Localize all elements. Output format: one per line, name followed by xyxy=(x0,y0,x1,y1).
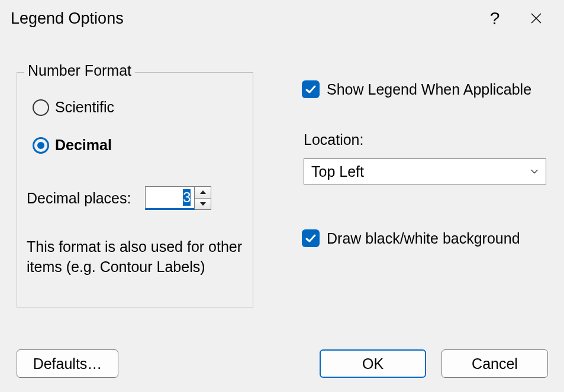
ok-label: OK xyxy=(362,355,383,372)
number-format-group: Number Format Scientific Decimal Decimal… xyxy=(17,72,253,307)
help-icon: ? xyxy=(490,8,500,28)
number-format-note: This format is also used for other items… xyxy=(27,237,243,277)
show-legend-label: Show Legend When Applicable xyxy=(327,81,531,98)
chevron-down-icon xyxy=(529,166,540,177)
bw-background-label: Draw black/white background xyxy=(327,230,520,247)
location-select[interactable]: Top Left xyxy=(304,158,546,184)
close-icon xyxy=(530,12,542,24)
close-button[interactable] xyxy=(515,0,557,37)
window-title: Legend Options xyxy=(11,9,474,28)
radio-decimal-label: Decimal xyxy=(55,137,112,154)
help-button[interactable]: ? xyxy=(474,0,515,37)
location-label: Location: xyxy=(304,131,363,148)
chevron-up-icon xyxy=(200,190,206,194)
bw-background-checkbox[interactable]: Draw black/white background xyxy=(302,229,520,247)
cancel-button[interactable]: Cancel xyxy=(441,349,548,378)
radio-icon xyxy=(33,137,49,154)
defaults-label: Defaults… xyxy=(33,355,102,372)
chevron-down-icon xyxy=(200,202,206,206)
spinner-up-button[interactable] xyxy=(195,187,211,199)
decimal-places-input[interactable] xyxy=(145,186,195,210)
number-format-legend: Number Format xyxy=(24,62,135,79)
checkbox-icon xyxy=(302,229,320,247)
decimal-places-spinner xyxy=(145,186,211,210)
radio-scientific[interactable]: Scientific xyxy=(33,99,114,116)
show-legend-checkbox[interactable]: Show Legend When Applicable xyxy=(302,80,531,98)
cancel-label: Cancel xyxy=(472,355,518,372)
decimal-places-label: Decimal places: xyxy=(27,190,131,207)
radio-decimal[interactable]: Decimal xyxy=(33,137,112,154)
spinner-down-button[interactable] xyxy=(195,199,211,210)
title-bar: Legend Options ? xyxy=(0,0,564,37)
ok-button[interactable]: OK xyxy=(320,349,426,378)
decimal-places-row: Decimal places: xyxy=(27,186,211,210)
location-value: Top Left xyxy=(311,163,364,180)
checkbox-icon xyxy=(302,80,320,98)
radio-scientific-label: Scientific xyxy=(55,99,114,116)
defaults-button[interactable]: Defaults… xyxy=(17,349,118,378)
radio-icon xyxy=(33,99,49,116)
